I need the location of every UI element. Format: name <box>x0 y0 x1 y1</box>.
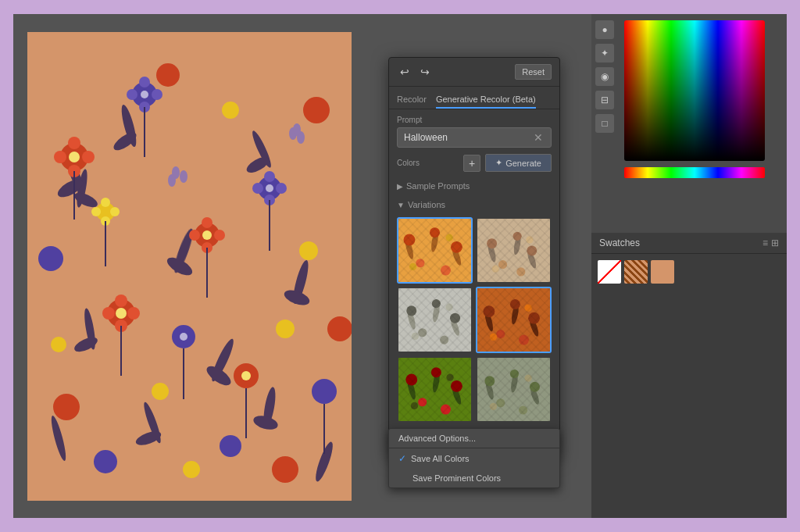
dialog-body: Prompt ✕ Colors + ✦ Generate <box>389 109 559 429</box>
canvas-area <box>13 14 365 518</box>
undo-button[interactable]: ↩ <box>397 64 412 80</box>
variation-1[interactable] <box>397 217 473 284</box>
variation-2[interactable] <box>476 217 552 284</box>
save-all-colors-label: Save All Colors <box>411 454 470 463</box>
colors-row: Colors + ✦ Generate <box>397 154 552 172</box>
dialog-tabs: Recolor Generative Recolor (Beta) <box>389 87 559 109</box>
svg-point-34 <box>82 151 95 163</box>
dialog-toolbar: ↩ ↪ Reset <box>389 58 559 87</box>
color-picker-section: ● ✦ ◉ ⊟ □ <box>591 14 787 233</box>
svg-point-45 <box>38 246 63 271</box>
dropdown-menu: Advanced Options... ✓ Save All Colors Sa… <box>388 428 560 488</box>
variation-6[interactable] <box>476 356 552 423</box>
svg-point-60 <box>299 241 318 260</box>
variation-5[interactable] <box>397 356 473 423</box>
svg-point-42 <box>127 307 140 320</box>
svg-point-57 <box>276 183 287 194</box>
svg-point-18 <box>72 334 99 354</box>
svg-point-10 <box>48 414 68 462</box>
tool-circle-icon[interactable]: ● <box>595 20 614 39</box>
svg-point-35 <box>202 217 212 228</box>
prompt-input-row: ✕ <box>397 127 552 148</box>
generate-icon: ✦ <box>495 158 502 168</box>
tab-generative-recolor[interactable]: Generative Recolor (Beta) <box>436 91 536 109</box>
variations-label: Variations <box>408 200 445 209</box>
svg-point-78 <box>241 371 251 380</box>
svg-point-63 <box>183 461 200 478</box>
variations-header[interactable]: ▼ Variations <box>397 197 552 212</box>
right-panel: ● ✦ ◉ ⊟ □ Swatches ≡ ⊞ <box>591 14 787 518</box>
svg-point-31 <box>68 137 80 149</box>
sample-prompts-header[interactable]: ▶ Sample Prompts <box>397 178 552 194</box>
swatches-list-view-button[interactable]: ≡ <box>762 237 768 248</box>
svg-point-37 <box>189 230 200 241</box>
variation-3[interactable] <box>397 287 473 353</box>
svg-point-49 <box>220 435 241 457</box>
svg-point-62 <box>276 320 295 338</box>
svg-point-33 <box>54 151 66 163</box>
redo-button[interactable]: ↪ <box>417 64 433 80</box>
svg-point-68 <box>110 207 120 216</box>
svg-point-54 <box>264 171 275 182</box>
recolor-dialog: ↩ ↪ Reset Recolor Generative Recolor (Be… <box>388 57 560 457</box>
dropdown-save-all-colors[interactable]: ✓ Save All Colors <box>389 448 559 469</box>
svg-point-71 <box>168 174 176 187</box>
check-icon: ✓ <box>398 453 406 464</box>
svg-point-38 <box>214 230 225 241</box>
hue-bar[interactable] <box>624 167 765 178</box>
svg-point-61 <box>152 383 169 400</box>
svg-point-24 <box>303 97 330 123</box>
tool-star-icon[interactable]: ✦ <box>595 44 614 62</box>
svg-point-64 <box>51 337 66 352</box>
svg-point-53 <box>152 89 162 100</box>
floral-pattern-svg <box>27 32 352 501</box>
swatches-title: Swatches <box>599 237 640 248</box>
svg-point-29 <box>156 63 180 87</box>
color-gradient-area <box>618 14 787 233</box>
variations-grid <box>397 217 552 423</box>
tool-square-icon[interactable]: □ <box>595 114 614 133</box>
variations-section: ▼ Variations <box>397 197 552 423</box>
generate-button[interactable]: ✦ Generate <box>485 154 552 172</box>
svg-point-77 <box>116 308 127 319</box>
dropdown-save-prominent-colors[interactable]: Save Prominent Colors <box>389 469 559 487</box>
svg-point-65 <box>101 198 110 207</box>
tab-recolor[interactable]: Recolor <box>397 91 427 109</box>
swatches-panel: Swatches ≡ ⊞ <box>591 233 787 518</box>
prompt-input[interactable] <box>404 132 532 143</box>
svg-point-56 <box>252 183 263 194</box>
svg-point-74 <box>293 123 301 136</box>
save-prominent-colors-label: Save Prominent Colors <box>412 473 501 483</box>
svg-point-50 <box>139 77 150 87</box>
svg-point-70 <box>180 170 188 183</box>
svg-point-41 <box>102 307 115 320</box>
swatches-header: Swatches ≡ ⊞ <box>591 233 787 254</box>
reset-button[interactable]: Reset <box>515 64 552 80</box>
svg-point-81 <box>180 333 188 341</box>
svg-point-52 <box>127 89 138 100</box>
swatch-none[interactable] <box>598 260 621 284</box>
svg-point-59 <box>222 102 239 119</box>
clear-prompt-button[interactable]: ✕ <box>532 131 545 144</box>
svg-point-39 <box>115 295 127 307</box>
colors-label: Colors <box>397 159 420 167</box>
prompt-label: Prompt <box>397 116 552 124</box>
swatch-pattern[interactable] <box>624 260 648 284</box>
swatch-orange[interactable] <box>651 260 674 284</box>
tool-globe-icon[interactable]: ◉ <box>595 67 614 86</box>
advanced-options-label: Advanced Options... <box>398 434 476 443</box>
add-color-button[interactable]: + <box>463 155 480 172</box>
dropdown-advanced-options[interactable]: Advanced Options... <box>389 429 559 448</box>
svg-point-48 <box>94 450 117 473</box>
color-gradient-block[interactable] <box>624 20 765 161</box>
sample-prompts-label: Sample Prompts <box>406 181 470 191</box>
middle-panel: ↩ ↪ Reset Recolor Generative Recolor (Be… <box>365 14 591 518</box>
svg-point-28 <box>327 316 352 341</box>
variation-4[interactable] <box>476 287 552 353</box>
svg-point-76 <box>202 230 212 240</box>
sample-prompts-arrow: ▶ <box>397 182 403 191</box>
svg-point-75 <box>69 152 80 162</box>
swatches-grid-view-button[interactable]: ⊞ <box>771 237 779 248</box>
tool-layers-icon[interactable]: ⊟ <box>595 91 614 109</box>
svg-point-67 <box>91 207 101 216</box>
